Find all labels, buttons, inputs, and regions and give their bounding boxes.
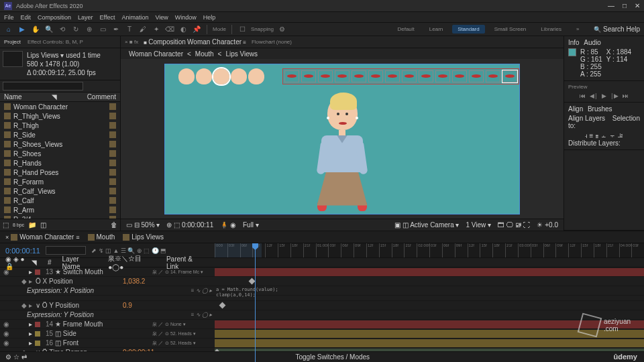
anchor-tool-icon[interactable]: ⊕ [85,25,94,34]
menu-view[interactable]: View [155,14,168,21]
breadcrumb[interactable]: Woman Character< Mouth< Lips Views [121,48,564,59]
workspace-small[interactable]: Small Screen [489,25,532,34]
align-to-dropdown[interactable]: Selection [612,115,640,129]
pen-tool-icon[interactable]: ✒ [111,25,121,34]
shape-tool-icon[interactable]: ▭ [98,25,107,34]
timeline-tools[interactable]: ⬈ ↯ ◫ ▲ ☰ 🔍 ⊕ ⬚ 🕐 ⬒ [91,247,166,254]
lip-shape[interactable] [486,70,500,82]
head-angles[interactable] [178,68,264,84]
tab-info[interactable]: Info [568,39,580,46]
timecode[interactable]: 0:00:00:11 [5,247,40,255]
maximize-button[interactable]: □ [623,2,627,9]
head-angle[interactable] [231,68,247,84]
col-comment[interactable]: Comment [87,93,116,101]
interpret-icon[interactable]: ⬚ [3,221,9,229]
project-item[interactable]: R_Calf_Views [0,186,120,196]
delete-icon[interactable]: 🗑 [111,221,117,229]
toggle-switches[interactable]: Toggle Switches / Modes [295,353,370,361]
minimize-button[interactable]: — [608,2,614,9]
tab-align[interactable]: Align [568,105,583,113]
menu-window[interactable]: Window [175,14,197,21]
project-item[interactable]: R_Arm [0,205,120,215]
orbit-tool-icon[interactable]: ⟲ [58,25,67,34]
lip-shape[interactable] [301,70,316,82]
snap-options-icon[interactable]: ⚙ [278,25,287,34]
timeline-row[interactable]: ◆ ▸Ö X Position1,038.2 [0,277,644,286]
timeline-footer-icons[interactable]: ⚙ ☆ ⇄ [5,353,27,361]
view-dropdown[interactable]: 1 View ▾ [466,221,492,229]
exposure[interactable]: ☀ +0.0 [537,221,558,229]
align-buttons[interactable]: ⫞ ≡ ≣ ⫠ ⫟ ⫡ [568,132,640,139]
lip-shape[interactable] [402,70,417,82]
workspace-learn[interactable]: Learn [424,25,448,34]
timeline-row[interactable]: ◆ ▸∨ Ö Time Remap0:00:00:11 [0,348,644,351]
lip-shape[interactable] [352,70,366,82]
prev-frame-icon[interactable]: ◀∣ [590,93,598,99]
project-item[interactable]: R_Thigh [0,121,120,130]
rotate-tool-icon[interactable]: ↻ [71,25,80,34]
first-frame-icon[interactable]: ⏮ [580,93,586,99]
close-button[interactable]: ✕ [635,2,640,9]
roi-icon[interactable]: 🧍 ◉ [220,221,236,229]
lip-shape[interactable] [469,70,484,82]
head-angle[interactable] [213,68,229,84]
menu-help[interactable]: Help [203,14,216,21]
roto-tool-icon[interactable]: ◐ [178,25,188,34]
comp-stage[interactable] [121,59,564,219]
lip-shapes[interactable] [282,68,519,84]
menu-composition[interactable]: Composition [38,14,71,21]
selection-tool-icon[interactable]: ▶ [17,25,27,34]
lip-shape[interactable] [368,70,383,82]
col-name[interactable]: Name [4,93,22,101]
timeline-row[interactable]: ◆ ▸∨ Ö Y Position0.9 [0,301,644,310]
workspace-more-icon[interactable]: » [571,25,584,34]
project-item[interactable]: R_Hand Poses [0,168,120,177]
viewer-extras[interactable]: 🗔 🖵 🖳 ⛶ [498,221,530,229]
head-angle[interactable] [196,68,212,84]
menu-file[interactable]: File [4,14,14,21]
last-frame-icon[interactable]: ⏭ [623,93,629,99]
current-time-indicator[interactable] [255,243,256,362]
new-folder-icon[interactable]: 📁 [28,221,36,229]
project-item[interactable]: R_Thigh_Views [0,111,120,121]
tab-effect-controls[interactable]: Effect Controls: B, M, P [28,39,83,45]
project-item[interactable]: R_Shoes [0,149,120,158]
snapping-label[interactable]: Snapping [251,26,274,32]
workspace-standard[interactable]: Standard [452,25,484,34]
play-icon[interactable]: ▶ [602,93,606,99]
workspace-default[interactable]: Default [392,25,419,34]
tab-preview[interactable]: Preview [568,84,640,90]
new-comp-icon[interactable]: ◫ [40,221,46,229]
woman-character[interactable] [309,97,376,214]
snap-toggle-icon[interactable]: ☐ [237,25,247,34]
lip-shape[interactable] [385,70,400,82]
head-angle[interactable] [178,68,195,84]
project-item[interactable]: R_Side [0,130,120,139]
text-tool-icon[interactable]: T [125,25,134,34]
tab-flowchart[interactable]: Flowchart (none) [252,39,292,45]
project-item[interactable]: R_Forarm [0,177,120,186]
timeline-tab-woman[interactable]: × Woman Character ≡ [5,233,80,241]
head-angle[interactable] [248,68,264,84]
timeline-layers[interactable]: ◉▸13★ Switch Mouth泉 ／⊙ 14. Frame Mc ▾◆ ▸… [0,267,644,351]
lip-shape[interactable] [452,70,467,82]
lip-shape[interactable] [318,70,333,82]
tab-audio[interactable]: Audio [584,39,601,46]
project-item[interactable]: R_Hands [0,158,120,168]
lip-shape[interactable] [419,70,433,82]
timeline-tab-lips[interactable]: Lips Views [123,233,164,241]
project-list[interactable]: Woman CharacterR_Thigh_ViewsR_ThighR_Sid… [0,102,120,219]
tc-display[interactable]: ⊕ ⬚ 0:00:00:11 [166,221,213,229]
menu-layer[interactable]: Layer [78,14,93,21]
timeline-tab-mouth[interactable]: Mouth [88,233,115,241]
bpc-button[interactable]: 8 bpc [13,223,24,227]
menu-effect[interactable]: Effect [100,14,115,21]
timeline-row[interactable]: Expression: X Position≡ ∿ ◯ ▸a = Math.ro… [0,286,644,296]
col-type-icon[interactable]: ◥ [52,93,57,101]
camera-dropdown[interactable]: ▣ ◫ Active Camera ▾ [394,221,459,229]
zoom-dropdown[interactable]: ▭ ⊟ 50% ▾ [126,221,160,229]
tab-project[interactable]: Project [4,39,21,45]
menu-animation[interactable]: Animation [121,14,148,21]
next-frame-icon[interactable]: ∣▶ [610,93,619,99]
tab-composition[interactable]: ■ Composition Woman Character ≡ [144,38,246,46]
